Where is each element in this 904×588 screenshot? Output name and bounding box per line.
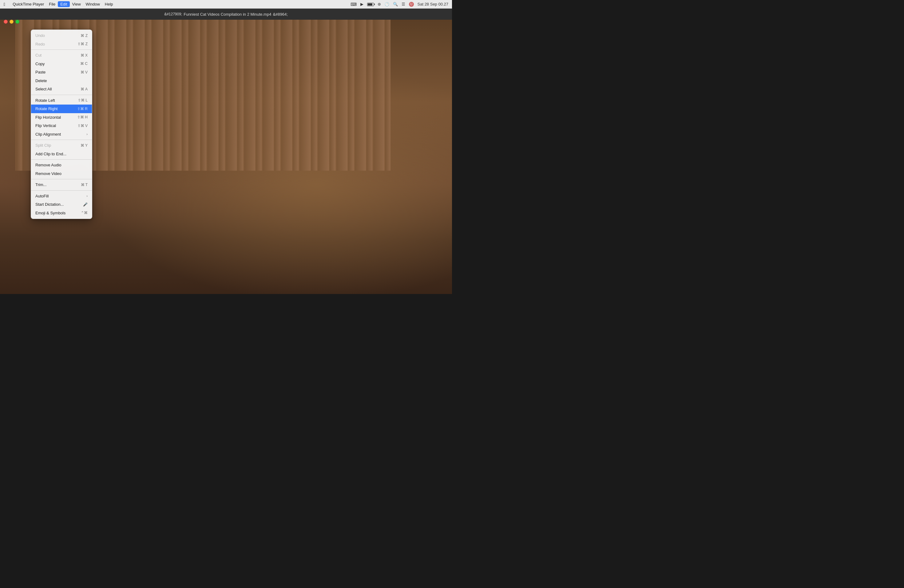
- minimize-button[interactable]: [9, 20, 14, 24]
- menu-item-label-remove-video: Remove Video: [35, 171, 88, 177]
- menu-item-emoji-symbols[interactable]: Emoji & Symbols⌃⌘: [31, 209, 92, 217]
- menu-item-label-clip-alignment: Clip Alignment: [35, 131, 86, 138]
- menu-item-label-add-clip-to-end: Add Clip to End...: [35, 151, 88, 157]
- maximize-button[interactable]: [15, 20, 19, 24]
- menu-item-label-flip-vertical: Flip Vertical: [35, 123, 77, 129]
- menubar-item-edit[interactable]: Edit: [58, 1, 70, 7]
- submenu-arrow-icon: ›: [86, 132, 88, 137]
- menu-item-flip-horizontal[interactable]: Flip Horizontal⇧⌘ H: [31, 113, 92, 122]
- menu-item-shortcut-rotate-left: ⇧⌘ L: [78, 98, 88, 103]
- menu-item-shortcut-flip-vertical: ⇧⌘ V: [77, 123, 88, 128]
- menu-item-clip-alignment[interactable]: Clip Alignment›: [31, 130, 92, 139]
- search-icon[interactable]: 🔍: [393, 2, 398, 6]
- menu-item-label-paste: Paste: [35, 69, 81, 75]
- menu-item-trim[interactable]: Trim...⌘ T: [31, 180, 92, 189]
- menu-item-undo: Undo⌘ Z: [31, 32, 92, 40]
- menu-separator: [31, 49, 92, 50]
- menu-item-flip-vertical[interactable]: Flip Vertical⇧⌘ V: [31, 122, 92, 130]
- menubar-item-quicktime-player[interactable]: QuickTime Player: [10, 1, 46, 7]
- menu-item-rotate-left[interactable]: Rotate Left⇧⌘ L: [31, 96, 92, 105]
- menu-item-shortcut-start-dictation: 🎤: [83, 202, 88, 207]
- menu-item-start-dictation[interactable]: Start Dictation...🎤: [31, 200, 92, 209]
- menu-item-paste[interactable]: Paste⌘ V: [31, 68, 92, 77]
- window-title: &#127909; Funniest Cat Videos Compilatio…: [164, 12, 288, 17]
- titlebar: &#127909; Funniest Cat Videos Compilatio…: [0, 9, 452, 20]
- menu-item-copy[interactable]: Copy⌘ C: [31, 60, 92, 68]
- menu-item-label-delete: Delete: [35, 78, 88, 84]
- menu-item-label-cut: Cut: [35, 52, 81, 58]
- traffic-lights: [4, 20, 19, 24]
- chevron-down-icon[interactable]: &#8964;: [273, 12, 288, 17]
- clock-icon: 🕐: [385, 2, 389, 6]
- menu-item-remove-audio[interactable]: Remove Audio: [31, 161, 92, 169]
- menubar-right: ⌨ ▶ ⊛ 🕐 🔍 ☰ U Sat 28 Sep 00.27: [351, 2, 448, 7]
- menu-separator: [31, 95, 92, 95]
- menu-item-shortcut-cut: ⌘ X: [81, 52, 88, 58]
- menu-item-shortcut-trim: ⌘ T: [81, 182, 88, 188]
- menu-item-split-clip: Split Clip⌘ Y: [31, 141, 92, 150]
- context-menu: Undo⌘ ZRedo⇧⌘ ZCut⌘ XCopy⌘ CPaste⌘ VDele…: [31, 30, 92, 219]
- menu-item-label-flip-horizontal: Flip Horizontal: [35, 114, 77, 120]
- window-title-text: Funniest Cat Videos Compilation in 2 Min…: [183, 12, 271, 17]
- video-area: Undo⌘ ZRedo⇧⌘ ZCut⌘ XCopy⌘ CPaste⌘ VDele…: [0, 20, 452, 294]
- screen-icon: ⌨: [351, 2, 357, 7]
- close-button[interactable]: [4, 20, 8, 24]
- menu-item-shortcut-copy: ⌘ C: [80, 61, 88, 66]
- menu-item-shortcut-rotate-right: ⇧⌘ R: [77, 106, 88, 112]
- menu-item-add-clip-to-end[interactable]: Add Clip to End...: [31, 150, 92, 158]
- menubar-item-file[interactable]: File: [46, 1, 58, 7]
- submenu-arrow-icon: ›: [86, 193, 88, 199]
- menu-item-label-emoji-symbols: Emoji & Symbols: [35, 210, 81, 216]
- menubar-item-help[interactable]: Help: [103, 1, 115, 7]
- file-icon: &#127909;: [164, 12, 182, 16]
- menu-item-shortcut-select-all: ⌘ A: [81, 87, 88, 92]
- menu-separator: [31, 159, 92, 160]
- play-icon: ▶: [360, 2, 363, 6]
- menu-item-label-rotate-right: Rotate Right: [35, 106, 77, 112]
- menu-item-autofill[interactable]: AutoFill›: [31, 192, 92, 201]
- apple-menu[interactable]: : [4, 2, 5, 7]
- user-icon: U: [409, 2, 414, 7]
- menu-separator: [31, 179, 92, 179]
- menubar:  QuickTime PlayerFileEditViewWindowHelp…: [0, 0, 452, 9]
- menubar-item-window[interactable]: Window: [83, 1, 103, 7]
- menu-item-rotate-right[interactable]: Rotate Right⇧⌘ R: [31, 104, 92, 113]
- controlcenter-icon[interactable]: ☰: [401, 2, 405, 6]
- menu-item-label-select-all: Select All: [35, 86, 81, 92]
- menubar-time: Sat 28 Sep 00.27: [417, 2, 448, 6]
- battery-icon: [367, 2, 374, 6]
- menu-item-label-split-clip: Split Clip: [35, 142, 81, 149]
- menubar-item-view[interactable]: View: [70, 1, 83, 7]
- menu-item-label-rotate-left: Rotate Left: [35, 98, 78, 104]
- menu-item-delete[interactable]: Delete: [31, 77, 92, 85]
- menu-item-label-start-dictation: Start Dictation...: [35, 201, 83, 207]
- menu-item-shortcut-undo: ⌘ Z: [81, 33, 88, 38]
- menu-item-shortcut-emoji-symbols: ⌃⌘: [81, 210, 88, 216]
- menu-item-shortcut-redo: ⇧⌘ Z: [77, 41, 88, 47]
- menu-item-label-trim: Trim...: [35, 182, 81, 188]
- menu-item-label-autofill: AutoFill: [35, 193, 86, 199]
- menu-item-label-remove-audio: Remove Audio: [35, 162, 88, 168]
- menu-item-label-redo: Redo: [35, 41, 77, 47]
- menu-item-shortcut-paste: ⌘ V: [81, 70, 88, 75]
- menu-item-remove-video[interactable]: Remove Video: [31, 169, 92, 178]
- menu-item-redo: Redo⇧⌘ Z: [31, 40, 92, 49]
- menu-item-label-undo: Undo: [35, 33, 81, 39]
- wifi-icon: ⊛: [378, 2, 381, 6]
- menu-item-label-copy: Copy: [35, 61, 80, 67]
- menu-item-select-all[interactable]: Select All⌘ A: [31, 85, 92, 93]
- menu-separator: [31, 190, 92, 191]
- menu-item-cut: Cut⌘ X: [31, 51, 92, 60]
- menu-item-shortcut-flip-horizontal: ⇧⌘ H: [77, 114, 88, 120]
- menu-item-shortcut-split-clip: ⌘ Y: [81, 143, 88, 148]
